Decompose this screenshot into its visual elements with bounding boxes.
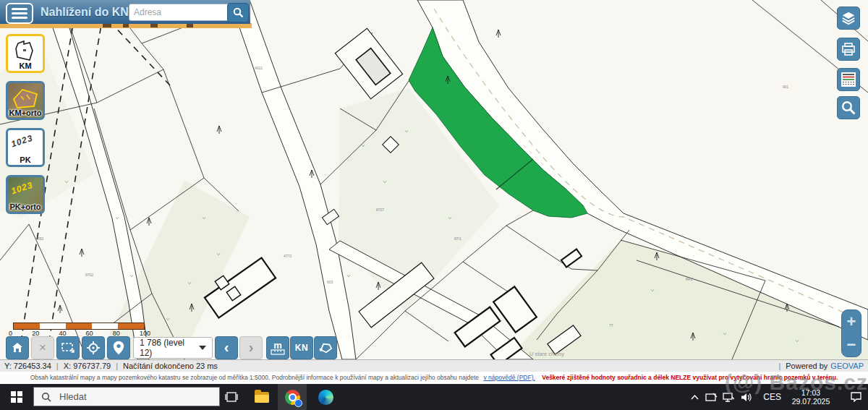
separator: |: [116, 362, 118, 370]
windows-taskbar: CES 17:03 29.07.2025: [0, 384, 868, 410]
legend-tool-button[interactable]: [837, 68, 860, 91]
layer-button-label: KM+orto: [8, 108, 43, 118]
speaker-icon: [741, 393, 752, 402]
svg-text:87/1: 87/1: [454, 236, 461, 241]
cancel-selection-button[interactable]: ×: [31, 336, 54, 359]
layer-button-km-orto[interactable]: KM+orto: [6, 81, 45, 120]
separator: |: [778, 362, 780, 370]
loading-status: Načítání dokončeno 23 ms: [123, 362, 218, 370]
edge-icon: [318, 390, 333, 405]
kn-label: KN: [295, 343, 308, 353]
powered-by-text: Powered by: [786, 362, 827, 370]
layer-button-km[interactable]: KM: [6, 34, 45, 73]
geovap-link[interactable]: GEOVAP: [830, 362, 864, 370]
zoom-control: + −: [841, 309, 861, 357]
home-icon: [11, 341, 24, 354]
layers-icon: [841, 10, 856, 26]
search-icon: [233, 7, 244, 18]
area-label: U stare cheiny: [529, 351, 564, 357]
history-forward-button[interactable]: ›: [239, 336, 263, 359]
zoom-extent-button[interactable]: [56, 336, 80, 359]
network-tray-button[interactable]: [720, 393, 737, 402]
pk-orto-thumbnail-text: 1023: [10, 180, 35, 197]
status-bar: Y: 726453.34 | X: 976737.79 | Načítání d…: [0, 359, 868, 372]
search-icon: [841, 100, 856, 116]
svg-text:4021: 4021: [255, 66, 263, 70]
map-pin-icon: [113, 341, 124, 355]
layer-button-label: KM: [8, 61, 43, 71]
history-back-button[interactable]: ‹: [215, 336, 238, 359]
chrome-profile-badge: [294, 399, 302, 407]
dashed-rectangle-icon: [61, 341, 75, 354]
chevron-left-icon: ‹: [224, 340, 229, 356]
tablet-pen-icon: [705, 393, 718, 401]
svg-text:84/2: 84/2: [686, 277, 693, 281]
screen: 8707 4773 603 87/1 892 8702 4021 84/2 90…: [0, 0, 868, 410]
map-scale-value: 1 786 (level 12): [140, 338, 199, 358]
task-view-button[interactable]: [217, 384, 246, 410]
layer-button-label: PK: [8, 155, 43, 165]
layer-button-label: PK+orto: [8, 202, 43, 212]
search-icon: [41, 392, 51, 402]
kn-info-button[interactable]: KN: [290, 336, 313, 359]
taskbar-clock[interactable]: 17:03 29.07.2025: [788, 388, 833, 406]
app-header: Nahlížení do KN: [0, 0, 250, 24]
clock-time: 17:03: [788, 388, 833, 397]
svg-text:901: 901: [783, 85, 789, 89]
x-coordinate: X: 976737.79: [64, 362, 111, 370]
svg-text:77: 77: [609, 323, 613, 328]
action-center-icon: [851, 392, 861, 402]
warning-text: Veškeré zjištěné hodnoty souřadnic a dél…: [542, 374, 838, 381]
svg-text:4773: 4773: [284, 254, 292, 258]
layer-button-pk-orto[interactable]: 1023 PK+orto: [6, 175, 45, 214]
svg-text:8707: 8707: [376, 208, 384, 212]
taskbar-search-input[interactable]: [58, 390, 205, 403]
layer-button-pk[interactable]: 1023 PK: [6, 128, 45, 167]
language-indicator[interactable]: CES: [763, 392, 781, 402]
measure-icon: m: [273, 341, 282, 349]
separator: |: [56, 362, 59, 370]
y-coordinate: Y: 726453.34: [4, 362, 51, 370]
taskbar-search-box[interactable]: [33, 387, 220, 406]
map-orange-strip: [0, 23, 252, 28]
polygon-select-button[interactable]: [314, 336, 337, 359]
menu-button[interactable]: [6, 3, 33, 24]
zoom-out-button[interactable]: −: [842, 333, 861, 356]
address-search-button[interactable]: [227, 3, 249, 22]
print-tool-button[interactable]: [837, 38, 860, 61]
map-scale-select[interactable]: 1 786 (level 12): [133, 337, 213, 359]
info-bar: Obsah katastrální mapy a mapy pozemkovéh…: [0, 372, 868, 384]
crosshair-icon: [86, 341, 101, 355]
map-search-tool-button[interactable]: [837, 96, 860, 119]
volume-tray-button[interactable]: [737, 393, 756, 402]
layers-tool-button[interactable]: [837, 7, 860, 30]
svg-text:892: 892: [38, 236, 44, 241]
polygon-lasso-icon: [318, 341, 333, 354]
zoom-in-button[interactable]: +: [842, 310, 861, 333]
center-position-button[interactable]: [82, 336, 105, 359]
scale-bar-labels: 020 4060 80100: [9, 330, 150, 337]
help-pdf-link[interactable]: v nápovědě (PDF).: [483, 374, 535, 381]
address-input[interactable]: [129, 4, 230, 21]
close-icon: ×: [39, 341, 46, 355]
show-hidden-icons-button[interactable]: [686, 395, 702, 400]
clock-date: 29.07.2025: [788, 397, 833, 406]
file-explorer-button[interactable]: [247, 384, 276, 410]
system-tray: CES 17:03 29.07.2025: [686, 384, 868, 410]
chevron-right-icon: ›: [249, 340, 254, 356]
svg-text:603: 603: [327, 280, 333, 284]
action-center-button[interactable]: [843, 392, 868, 402]
page-title: Nahlížení do KN: [41, 0, 129, 24]
print-icon: [841, 42, 856, 56]
scale-bar: [13, 323, 145, 330]
edge-button[interactable]: [311, 384, 340, 410]
chrome-button[interactable]: [278, 384, 307, 410]
measure-button[interactable]: m: [266, 336, 289, 359]
legend-icon: [841, 72, 856, 87]
cadastral-map[interactable]: 8707 4773 603 87/1 892 8702 4021 84/2 90…: [0, 0, 868, 359]
tablet-tray-button[interactable]: [702, 393, 720, 401]
location-pin-button[interactable]: [107, 336, 130, 359]
home-button[interactable]: [6, 336, 29, 359]
ruler-icon: [271, 349, 285, 355]
start-button[interactable]: [0, 384, 33, 410]
